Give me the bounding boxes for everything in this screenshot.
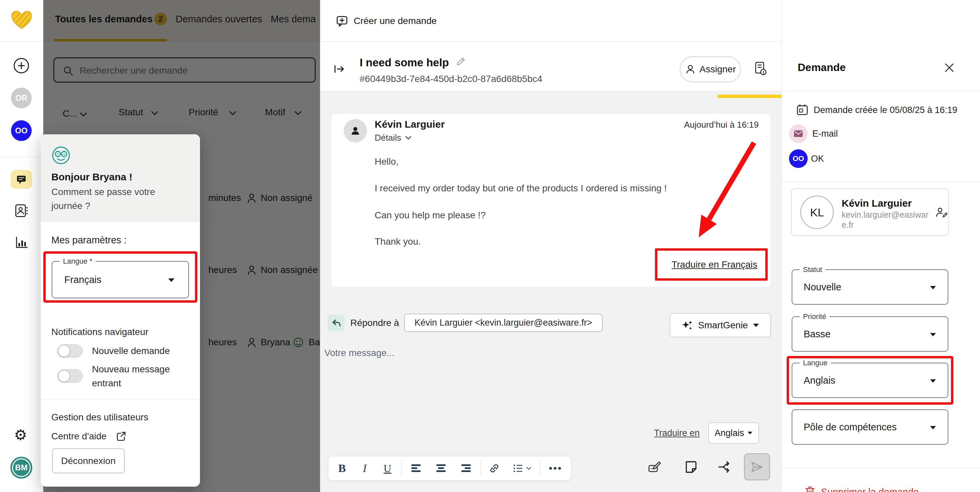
language-select[interactable]: Langue Anglais (792, 363, 948, 398)
edit-contact-icon[interactable] (935, 206, 948, 221)
calendar-icon (795, 103, 809, 118)
assign-person-icon (685, 64, 696, 75)
create-request-button[interactable]: Créer une demande (336, 13, 437, 29)
translate-language-value: Anglais (715, 428, 745, 438)
edit-title-pencil-icon[interactable] (454, 56, 466, 69)
bold-label: B (338, 462, 346, 474)
priority-select[interactable]: Priorité Basse (792, 316, 948, 352)
caret-down-icon (930, 378, 936, 384)
italic-label: I (363, 462, 367, 474)
message-author: Kévin Larguier (375, 118, 445, 131)
priority-value: Basse (803, 317, 830, 351)
toolbar-separator (401, 461, 402, 476)
smartgenie-button[interactable]: SmartGenie (670, 313, 771, 338)
assign-button[interactable]: Assigner (680, 56, 741, 82)
plus-icon (18, 62, 25, 69)
list-button[interactable] (508, 456, 536, 480)
create-request-icon (336, 15, 348, 27)
owner-name: OK (811, 152, 824, 166)
add-button[interactable] (14, 58, 29, 73)
sidebar-item-contacts[interactable] (14, 203, 29, 219)
avatar-bm-initials: BM (12, 459, 31, 477)
contact-name: Kévin Larguier (842, 197, 912, 210)
align-center-button[interactable] (430, 456, 452, 480)
caret-down-icon (930, 425, 936, 431)
saved-replies-icon[interactable] (648, 461, 662, 476)
settings-gear-icon[interactable]: ⚙ (14, 428, 27, 442)
underline-button[interactable]: U (377, 456, 397, 480)
toolbar-separator (540, 461, 540, 476)
logout-label: Déconnexion (61, 456, 115, 467)
caret-down-icon (168, 278, 175, 283)
message-line: I received my order today but one of the… (375, 182, 667, 195)
caret-down-icon (930, 285, 936, 291)
translate-message-link[interactable]: Traduire en Français (672, 258, 757, 271)
status-select[interactable]: Statut Nouvelle (792, 269, 948, 305)
skill-pool-value: Pôle de compétences (803, 410, 897, 444)
reply-mode-icon[interactable] (328, 314, 345, 331)
delete-request-label: Supprimer la demande (821, 487, 919, 492)
sidebar-item-requests[interactable] (11, 170, 32, 189)
bold-button[interactable]: B (332, 456, 352, 480)
link-button[interactable] (484, 456, 504, 480)
message-timestamp: Aujourd’hui à 16:19 (684, 119, 759, 131)
popup-notifications-title: Notifications navigateur (51, 325, 148, 339)
glasses-face-icon (51, 146, 71, 166)
align-left-button[interactable] (405, 456, 427, 480)
channel-badge (789, 124, 808, 143)
skill-pool-select[interactable]: Pôle de compétences (792, 409, 948, 445)
translate-language-select[interactable]: Anglais (708, 422, 759, 444)
manage-users-link[interactable]: Gestion des utilisateurs (51, 411, 148, 424)
logout-button[interactable]: Déconnexion (52, 448, 125, 473)
help-center-link[interactable]: Centre d'aide (51, 430, 107, 443)
note-icon[interactable] (684, 460, 698, 475)
sidebar-item-stats[interactable] (14, 235, 29, 251)
avatar-oo[interactable]: OO (11, 120, 32, 141)
collapse-panel-icon[interactable] (333, 63, 346, 76)
chevron-down-icon (526, 467, 531, 470)
reply-to-label: Répondre à (350, 316, 399, 330)
recipient-text: Kévin Larguier <kevin.larguier@easiware.… (414, 318, 592, 328)
toggle-new-request-label: Nouvelle demande (92, 344, 170, 358)
caret-down-icon (747, 431, 752, 435)
request-detail-panel: Demande Demande créée le 05/08/25 à 16:1… (781, 0, 980, 492)
owner-avatar: OO (789, 149, 808, 168)
active-section-indicator (718, 95, 782, 98)
contact-avatar: KL (800, 196, 834, 229)
app-sidebar: OR OO ⚙ BM (0, 0, 43, 492)
created-date-label: Demande créée le 05/08/25 à 16:19 (814, 103, 957, 117)
delete-request-button[interactable]: Supprimer la demande (804, 484, 919, 492)
envelope-icon (794, 130, 803, 137)
close-icon[interactable] (943, 62, 955, 75)
smartgenie-label: SmartGenie (698, 320, 748, 331)
toggle-new-request[interactable] (57, 344, 83, 358)
italic-button[interactable]: I (356, 456, 374, 480)
more-formatting-button[interactable]: ••• (544, 456, 567, 480)
brand-heart-logo (10, 9, 33, 31)
details-label: Détails (375, 133, 401, 143)
popup-question: Comment se passe votre journée ? (51, 185, 169, 213)
message-line: Can you help me please !? (375, 209, 486, 222)
align-right-button[interactable] (455, 456, 477, 480)
ticket-title: I need some help (360, 55, 449, 70)
transfer-icon[interactable] (718, 460, 733, 475)
message-input[interactable]: Votre message... (325, 346, 395, 360)
popup-language-select[interactable]: Langue * Français (52, 261, 189, 298)
chat-bubble-icon (15, 174, 27, 185)
contact-card[interactable]: KL Kévin Larguier kevin.larguier@easiwar… (791, 188, 949, 236)
message-details-toggle[interactable]: Détails (375, 131, 412, 144)
reply-recipient-chip[interactable]: Kévin Larguier <kevin.larguier@easiware.… (404, 314, 603, 332)
avatar-bm[interactable]: BM (10, 457, 32, 479)
ellipsis-icon: ••• (549, 463, 562, 474)
message-card: Kévin Larguier Détails Aujourd’hui à 16:… (331, 113, 771, 287)
avatar (344, 119, 367, 142)
toggle-new-message[interactable] (57, 369, 83, 383)
app-root: Toutes les demandes 2 Demandes ouvertes … (0, 0, 980, 492)
translate-reply-link[interactable]: Traduire en (654, 426, 700, 439)
request-summary-icon[interactable] (752, 61, 768, 78)
toggle-knob (58, 345, 70, 357)
avatar-or[interactable]: OR (11, 88, 32, 108)
status-value: Nouvelle (803, 270, 842, 304)
send-button[interactable] (744, 453, 770, 480)
popup-greeting: Bonjour Bryana ! (51, 170, 132, 184)
